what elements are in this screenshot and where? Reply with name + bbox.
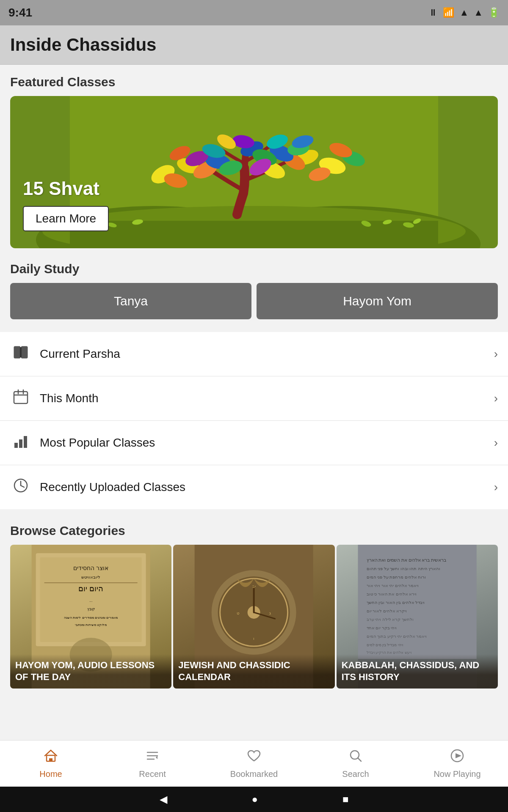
svg-rect-89	[49, 758, 52, 761]
status-time: 9:41	[8, 6, 32, 19]
svg-text:קובץ: קובץ	[87, 607, 95, 611]
current-parsha-item[interactable]: Current Parsha ›	[0, 332, 508, 376]
svg-text:וירא אלהים את האור כי טוב: וירא אלהים את האור כי טוב	[366, 592, 417, 596]
svg-rect-39	[20, 347, 22, 357]
svg-text:ג: ג	[269, 611, 271, 615]
kabbalah-card-label: KABBALAH, CHASSIDUS, AND ITS HISTORY	[342, 659, 493, 683]
nav-now-playing-label: Now Playing	[433, 769, 480, 779]
svg-rect-4	[70, 221, 438, 248]
recently-uploaded-item[interactable]: Recently Uploaded Classes ›	[0, 465, 508, 509]
play-circle-icon	[450, 748, 465, 767]
kabbalah-overlay: KABBALAH, CHASSIDUS, AND ITS HISTORY	[337, 654, 498, 689]
svg-text:היום יום: היום יום	[78, 584, 103, 593]
nav-recent-label: Recent	[139, 769, 166, 779]
clock-icon	[10, 477, 31, 497]
most-popular-label: Most Popular Classes	[40, 436, 494, 450]
nav-home-label: Home	[39, 769, 62, 779]
signal-icon: ▲	[474, 7, 483, 18]
featured-section-header: Featured Classes	[0, 65, 508, 96]
hayom-yom-card-label: HAYOM YOM, AUDIO LESSONS OF THE DAY	[15, 659, 166, 683]
svg-rect-46	[24, 436, 27, 448]
nav-recent[interactable]: Recent	[102, 741, 203, 787]
current-parsha-label: Current Parsha	[40, 347, 494, 361]
system-bar: ◀ ● ■	[0, 787, 508, 812]
svg-text:...: ...	[89, 598, 93, 603]
this-month-label: This Month	[40, 392, 494, 405]
nav-search[interactable]: Search	[305, 741, 406, 787]
svg-text:אוצר החסידים: אוצר החסידים	[73, 565, 108, 571]
search-icon	[348, 748, 363, 767]
book-icon	[10, 344, 31, 364]
banner-text-overlay: 15 Shvat Learn More	[23, 178, 109, 231]
svg-rect-40	[14, 392, 28, 403]
recents-button[interactable]: ■	[342, 793, 349, 805]
category-jewish-calendar[interactable]: יב ג ו ט JEWISH AND CHASSIDIC CALENDAR	[173, 545, 334, 689]
svg-rect-37	[14, 346, 20, 358]
this-month-chevron: ›	[494, 392, 498, 405]
recently-uploaded-label: Recently Uploaded Classes	[40, 480, 494, 494]
svg-text:ויהי מבדיל בין מים למים: ויהי מבדיל בין מים למים	[366, 643, 403, 647]
status-bar: 9:41 ⏸ 📶 ▲ ▲ 🔋	[0, 0, 508, 25]
nav-now-playing[interactable]: Now Playing	[406, 741, 508, 787]
battery-icon: 🔋	[488, 7, 500, 18]
svg-text:ורוח אלהים מרחפת על פני המים: ורוח אלהים מרחפת על פני המים	[366, 575, 426, 579]
app-header: Inside Chassidus	[0, 25, 508, 65]
home-button[interactable]: ●	[252, 793, 258, 805]
banner-title: 15 Shvat	[23, 178, 109, 199]
most-popular-item[interactable]: Most Popular Classes ›	[0, 421, 508, 465]
bottom-nav: Home Recent Bookmarked Search	[0, 740, 508, 787]
svg-text:ליובאוויטש: ליובאוויטש	[81, 575, 100, 579]
featured-banner[interactable]: 15 Shvat Learn More	[10, 96, 498, 248]
tanya-button[interactable]: Tanya	[10, 283, 251, 319]
heart-icon	[246, 748, 262, 767]
jewish-calendar-overlay: JEWISH AND CHASSIDIC CALENDAR	[173, 654, 334, 689]
svg-text:ויבדל אלהים בין האור ובין החשך: ויבדל אלהים בין האור ובין החשך	[366, 600, 425, 605]
svg-text:מלוקט משיחות ומכתבי: מלוקט משיחות ומכתבי	[75, 623, 107, 627]
svg-rect-38	[21, 346, 28, 358]
back-button[interactable]: ◀	[160, 793, 167, 805]
svg-text:יב: יב	[252, 584, 256, 589]
recently-uploaded-chevron: ›	[494, 480, 498, 494]
pause-icon: ⏸	[428, 7, 438, 18]
calendar-icon	[10, 388, 31, 409]
hayom-yom-button[interactable]: Hayom Yom	[257, 283, 498, 319]
hayom-yom-overlay: HAYOM YOM, AUDIO LESSONS OF THE DAY	[10, 654, 171, 689]
svg-text:בראשית ברא אלהים את השמים ואת : בראשית ברא אלהים את השמים ואת הארץ	[366, 557, 446, 562]
nav-search-label: Search	[342, 769, 369, 779]
svg-text:ויאמר אלהים יהי רקיע בתוך המים: ויאמר אלהים יהי רקיע בתוך המים	[366, 634, 427, 639]
svg-marker-96	[456, 753, 461, 758]
svg-text:ט: ט	[237, 611, 239, 615]
learn-more-button[interactable]: Learn More	[23, 206, 109, 231]
category-hayom-yom[interactable]: אוצר החסידים ליובאוויטש היום יום ... קוב…	[10, 545, 171, 689]
svg-text:ו: ו	[253, 636, 254, 641]
sim-icon: 📶	[443, 7, 454, 18]
nav-bookmarked[interactable]: Bookmarked	[203, 741, 305, 787]
svg-text:ויקרא אלהים לאור יום: ויקרא אלהים לאור יום	[366, 609, 407, 613]
svg-rect-45	[19, 439, 22, 448]
category-grid: אוצר החסידים ליובאוויטש היום יום ... קוב…	[0, 545, 508, 689]
recent-icon	[145, 748, 160, 767]
this-month-item[interactable]: This Month ›	[0, 376, 508, 421]
app-title: Inside Chassidus	[10, 35, 498, 55]
svg-text:מאמרים ומנהגים מסודרים לימות ה: מאמרים ומנהגים מסודרים לימות השנה	[64, 616, 118, 620]
bar-chart-icon	[10, 433, 31, 453]
nav-home[interactable]: Home	[0, 741, 102, 787]
svg-text:ויאמר אלהים יהי אור ויהי אור: ויאמר אלהים יהי אור ויהי אור	[366, 583, 419, 588]
wifi-icon: ▲	[459, 7, 469, 18]
most-popular-chevron: ›	[494, 436, 498, 450]
svg-text:והארץ היתה תהו ובהו וחשך על פנ: והארץ היתה תהו ובהו וחשך על פני תהום	[366, 566, 440, 571]
browse-categories-header: Browse Categories	[0, 513, 508, 545]
main-content: Featured Classes	[0, 65, 508, 739]
current-parsha-chevron: ›	[494, 347, 498, 361]
category-kabbalah[interactable]: בראשית ברא אלהים את השמים ואת הארץ והארץ…	[337, 545, 498, 689]
svg-text:ולחשך קרא לילה ויהי ערב: ולחשך קרא לילה ויהי ערב	[366, 617, 413, 622]
status-icons: ⏸ 📶 ▲ ▲ 🔋	[428, 7, 500, 18]
jewish-calendar-card-label: JEWISH AND CHASSIDIC CALENDAR	[178, 659, 329, 683]
home-icon	[43, 748, 58, 767]
svg-line-94	[358, 758, 361, 761]
daily-study-section: Tanya Hayom Yom	[0, 283, 508, 328]
browse-section: Browse Categories אוצר החסידים ליובאוויט…	[0, 513, 508, 689]
menu-list: Current Parsha › This Month ›	[0, 332, 508, 509]
svg-line-49	[21, 486, 24, 487]
nav-bookmarked-label: Bookmarked	[230, 769, 278, 779]
